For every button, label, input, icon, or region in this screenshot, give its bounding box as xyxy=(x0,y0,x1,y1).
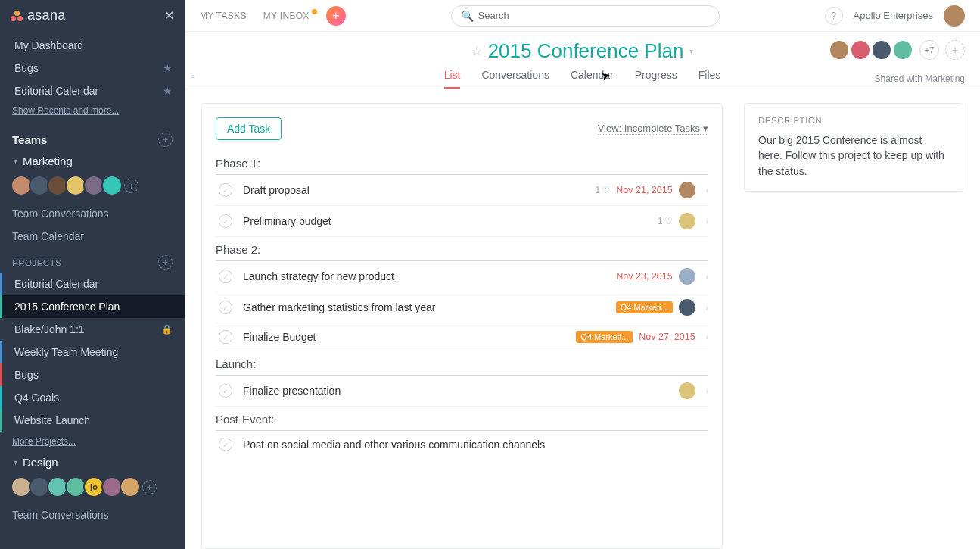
add-member-button[interactable]: + xyxy=(945,40,965,60)
description-heading: DESCRIPTION xyxy=(758,116,949,125)
chevron-right-icon: › xyxy=(706,217,708,226)
task-name: Gather marketing statistics from last ye… xyxy=(243,301,616,313)
task-row[interactable]: ✓ Finalize presentation › xyxy=(216,376,708,407)
assignee-avatar[interactable] xyxy=(679,182,695,198)
complete-checkbox[interactable]: ✓ xyxy=(219,214,232,228)
star-icon[interactable]: ★ xyxy=(163,85,173,97)
section-phase-1[interactable]: Phase 1: xyxy=(216,154,708,175)
team-conversations[interactable]: Team Conversations xyxy=(0,202,185,225)
add-team-button[interactable]: + xyxy=(158,133,173,147)
assignee-avatar[interactable] xyxy=(679,382,695,399)
star-icon[interactable]: ★ xyxy=(163,62,173,74)
complete-checkbox[interactable]: ✓ xyxy=(219,384,232,398)
chevron-down-icon[interactable]: ▾ xyxy=(689,47,693,55)
shared-with-label[interactable]: Shared with Marketing xyxy=(875,73,965,84)
caret-down-icon: ▼ xyxy=(12,158,19,165)
tab-conversations[interactable]: Conversations xyxy=(481,69,549,89)
nav-my-inbox[interactable]: MY INBOX xyxy=(263,11,310,21)
sidebar-teams-heading: Teams xyxy=(12,133,158,146)
project-label: Q4 Goals xyxy=(14,391,173,404)
task-row[interactable]: ✓ Gather marketing statistics from last … xyxy=(216,292,708,323)
tab-progress[interactable]: Progress xyxy=(635,69,677,89)
heart-icon: ♡ xyxy=(664,216,673,226)
org-menu[interactable]: Apollo Enterprises xyxy=(854,10,934,21)
section-post-event[interactable]: Post-Event: xyxy=(216,410,708,431)
project-q4-goals[interactable]: Q4 Goals xyxy=(0,386,185,409)
close-icon[interactable]: ✕ xyxy=(164,8,174,23)
project-label: Weekly Team Meeting xyxy=(14,346,173,358)
project-editorial-calendar[interactable]: Editorial Calendar xyxy=(0,273,185,295)
collapse-sidebar-icon[interactable]: » xyxy=(188,75,197,80)
lock-icon: 🔒 xyxy=(161,324,173,335)
star-icon[interactable]: ☆ xyxy=(471,44,482,58)
sidebar-fav-bugs[interactable]: Bugs ★ xyxy=(0,57,185,80)
complete-checkbox[interactable]: ✓ xyxy=(219,438,232,451)
task-row[interactable]: ✓ Post on social media and other various… xyxy=(216,431,708,458)
like-count[interactable]: 1♡ xyxy=(658,216,673,226)
add-project-button[interactable]: + xyxy=(158,255,173,270)
avatar[interactable] xyxy=(871,39,892,61)
project-header: » ☆ 2015 Conference Plan ▾ +7 + List Con… xyxy=(185,32,980,89)
help-button[interactable]: ? xyxy=(825,7,843,25)
sidebar-my-dashboard[interactable]: My Dashboard xyxy=(0,34,185,57)
main: MY TASKS MY INBOX + 🔍 ? Apollo Enterpris… xyxy=(185,0,980,549)
project-label: Bugs xyxy=(14,369,173,381)
tab-files[interactable]: Files xyxy=(698,69,721,89)
section-phase-2[interactable]: Phase 2: xyxy=(216,240,708,261)
section-launch[interactable]: Launch: xyxy=(216,354,708,376)
task-row[interactable]: ✓ Preliminary budget 1♡ › xyxy=(216,206,708,237)
task-tag[interactable]: Q4 Marketi... xyxy=(616,301,673,313)
assignee-avatar[interactable] xyxy=(679,213,695,229)
project-bugs[interactable]: Bugs xyxy=(0,363,185,386)
add-member-button[interactable]: + xyxy=(124,179,138,193)
project-website-launch[interactable]: Website Launch xyxy=(0,409,185,432)
sidebar-fav-editorial[interactable]: Editorial Calendar ★ xyxy=(0,80,185,102)
tab-list[interactable]: List xyxy=(444,69,461,89)
project-weekly-team-meeting[interactable]: Weekly Team Meeting xyxy=(0,341,185,363)
team-conversations[interactable]: Team Conversations xyxy=(0,504,185,526)
project-title[interactable]: 2015 Conference Plan xyxy=(488,39,684,63)
chevron-down-icon: ▾ xyxy=(703,123,708,134)
sidebar-show-recents[interactable]: Show Recents and more... xyxy=(0,102,185,122)
search-field[interactable] xyxy=(478,10,710,21)
sidebar-team-design[interactable]: ▼ Design xyxy=(0,451,185,472)
task-row[interactable]: ✓ Launch strategy for new product Nov 23… xyxy=(216,261,708,292)
avatar[interactable] xyxy=(850,39,871,61)
avatar[interactable] xyxy=(892,39,913,61)
complete-checkbox[interactable]: ✓ xyxy=(219,183,232,197)
logo[interactable]: asana xyxy=(11,8,164,23)
task-name: Finalize presentation xyxy=(243,385,679,397)
complete-checkbox[interactable]: ✓ xyxy=(219,270,232,283)
more-projects[interactable]: More Projects... xyxy=(0,432,185,451)
assignee-avatar[interactable] xyxy=(679,268,695,285)
avatar[interactable] xyxy=(101,175,123,196)
project-2015-conference-plan[interactable]: 2015 Conference Plan xyxy=(0,295,185,318)
sidebar-team-marketing[interactable]: ▼ Marketing xyxy=(0,150,185,170)
caret-down-icon: ▼ xyxy=(12,459,19,466)
more-members[interactable]: +7 xyxy=(919,40,939,60)
complete-checkbox[interactable]: ✓ xyxy=(219,330,232,344)
project-blake-john[interactable]: Blake/John 1:1🔒 xyxy=(0,318,185,341)
task-row[interactable]: ✓ Draft proposal 1♡ Nov 21, 2015 › xyxy=(216,175,708,206)
project-label: Editorial Calendar xyxy=(14,278,173,290)
nav-my-tasks[interactable]: MY TASKS xyxy=(200,11,247,21)
user-avatar[interactable] xyxy=(944,5,965,27)
team-calendar[interactable]: Team Calendar xyxy=(0,225,185,248)
complete-checkbox[interactable]: ✓ xyxy=(219,301,232,314)
search-input[interactable]: 🔍 xyxy=(451,5,720,27)
avatar[interactable] xyxy=(829,39,850,61)
due-date: Nov 27, 2015 xyxy=(639,332,695,342)
task-row[interactable]: ✓ Finalize Budget Q4 Marketi... Nov 27, … xyxy=(216,323,708,351)
chevron-right-icon: › xyxy=(706,186,708,195)
tab-calendar[interactable]: Calendar xyxy=(571,69,614,89)
team-marketing-avatars: + xyxy=(0,170,185,202)
add-task-button[interactable]: Add Task xyxy=(216,117,282,140)
description-body[interactable]: Our big 2015 Conference is almost here. … xyxy=(758,133,949,179)
add-member-button[interactable]: + xyxy=(142,480,157,494)
assignee-avatar[interactable] xyxy=(679,299,695,316)
task-tag[interactable]: Q4 Marketi... xyxy=(576,331,633,343)
avatar[interactable] xyxy=(120,476,141,498)
view-selector[interactable]: View: Incomplete Tasks ▾ xyxy=(598,123,708,135)
like-count[interactable]: 1♡ xyxy=(596,185,611,195)
quick-add-button[interactable]: + xyxy=(326,6,346,26)
